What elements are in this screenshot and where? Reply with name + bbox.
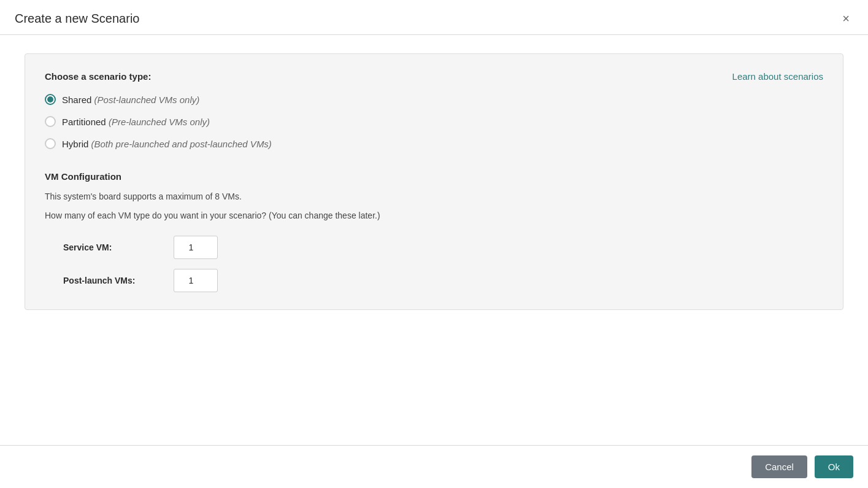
radio-label-partitioned: Partitioned (Pre-launched VMs only) — [62, 117, 210, 127]
post-launch-vms-label: Post-launch VMs: — [63, 276, 161, 285]
radio-option-shared[interactable]: Shared (Post-launched VMs only) — [45, 94, 823, 105]
radio-option-hybrid[interactable]: Hybrid (Both pre-launched and post-launc… — [45, 138, 823, 149]
post-launch-vms-row: Post-launch VMs: — [63, 269, 823, 292]
post-launch-vms-input[interactable] — [174, 269, 218, 292]
vm-config-desc2: How many of each VM type do you want in … — [45, 209, 823, 222]
content-box: Learn about scenarios Choose a scenario … — [25, 53, 843, 310]
modal-footer: Cancel Ok — [0, 445, 868, 488]
learn-about-scenarios-link[interactable]: Learn about scenarios — [732, 71, 823, 82]
modal-body: Learn about scenarios Choose a scenario … — [0, 35, 868, 445]
modal-header: Create a new Scenario × — [0, 0, 868, 35]
service-vm-row: Service VM: — [63, 236, 823, 259]
radio-input-partitioned[interactable] — [45, 116, 56, 127]
vm-fields: Service VM: Post-launch VMs: — [45, 236, 823, 292]
ok-button[interactable]: Ok — [815, 455, 853, 478]
vm-config-title: VM Configuration — [45, 171, 823, 182]
service-vm-input[interactable] — [174, 236, 218, 259]
close-button[interactable]: × — [839, 11, 853, 26]
radio-input-shared[interactable] — [45, 94, 56, 105]
modal-title: Create a new Scenario — [15, 12, 139, 26]
scenario-type-radio-group: Shared (Post-launched VMs only) Partitio… — [45, 94, 823, 149]
service-vm-label: Service VM: — [63, 242, 161, 252]
radio-input-hybrid[interactable] — [45, 138, 56, 149]
scenario-type-label: Choose a scenario type: — [45, 71, 823, 82]
vm-config-desc1: This system's board supports a maximum o… — [45, 190, 823, 203]
radio-option-partitioned[interactable]: Partitioned (Pre-launched VMs only) — [45, 116, 823, 127]
radio-label-shared: Shared (Post-launched VMs only) — [62, 95, 199, 105]
create-scenario-modal: Create a new Scenario × Learn about scen… — [0, 0, 868, 488]
cancel-button[interactable]: Cancel — [751, 455, 807, 478]
radio-label-hybrid: Hybrid (Both pre-launched and post-launc… — [62, 139, 272, 149]
